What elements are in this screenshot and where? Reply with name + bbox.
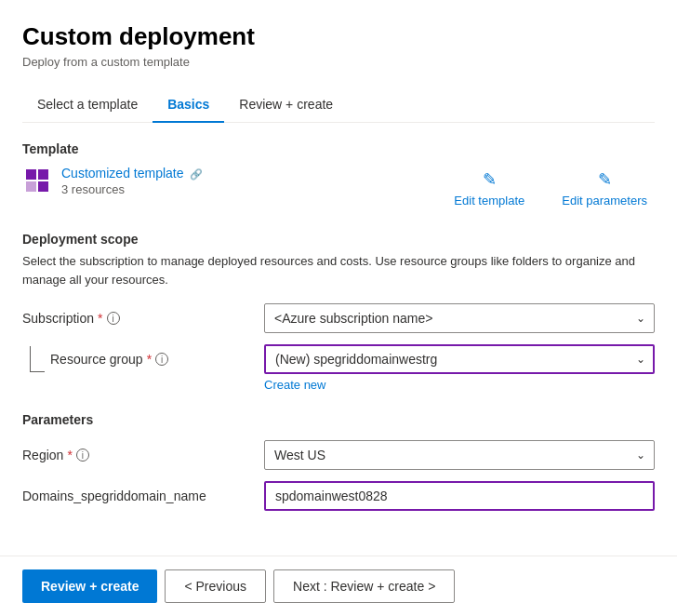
rg-info-icon[interactable]: i bbox=[155, 353, 168, 366]
template-left: Customized template 🔗 3 resources bbox=[22, 166, 203, 196]
pencil-icon-template: ✎ bbox=[483, 169, 497, 190]
subscription-label: Subscription * i bbox=[22, 311, 264, 326]
subscription-row: Subscription * i <Azure subscription nam… bbox=[22, 303, 655, 333]
scope-description: Select the subscription to manage deploy… bbox=[22, 252, 655, 288]
rg-control: (New) spegriddomainwestrg ⌄ bbox=[264, 344, 655, 374]
subscription-control: <Azure subscription name> ⌄ bbox=[264, 303, 655, 333]
template-resources: 3 resources bbox=[61, 182, 203, 196]
footer: Review + create < Previous Next : Review… bbox=[0, 556, 677, 616]
resource-group-label: Resource group * i bbox=[50, 352, 264, 367]
review-create-button[interactable]: Review + create bbox=[22, 569, 157, 603]
rg-select-wrapper: (New) spegriddomainwestrg ⌄ bbox=[264, 344, 655, 374]
edit-template-button[interactable]: ✎ Edit template bbox=[446, 166, 532, 211]
rg-bracket bbox=[30, 346, 45, 372]
page-title: Custom deployment bbox=[22, 22, 655, 51]
template-actions: ✎ Edit template ✎ Edit parameters bbox=[446, 166, 655, 211]
region-label-text: Region bbox=[22, 448, 63, 462]
region-label: Region * i bbox=[22, 448, 264, 462]
subscription-info-icon[interactable]: i bbox=[107, 312, 120, 325]
page-subtitle: Deploy from a custom template bbox=[22, 55, 655, 69]
tab-select-template[interactable]: Select a template bbox=[22, 87, 153, 123]
grid-cell-3 bbox=[26, 181, 36, 192]
pencil-icon-params: ✎ bbox=[598, 169, 612, 190]
resource-group-row: Resource group * i (New) spegriddomainwe… bbox=[22, 344, 655, 374]
resource-group-label-text: Resource group bbox=[50, 352, 143, 367]
tab-review-create[interactable]: Review + create bbox=[224, 87, 348, 123]
template-info: Customized template 🔗 3 resources bbox=[61, 166, 203, 196]
template-name: Customized template bbox=[61, 166, 184, 181]
deployment-scope-title: Deployment scope bbox=[22, 232, 655, 247]
subscription-label-text: Subscription bbox=[22, 311, 94, 326]
template-icon bbox=[22, 166, 52, 195]
tabs-nav: Select a template Basics Review + create bbox=[22, 87, 655, 123]
domain-control bbox=[264, 481, 655, 511]
subscription-select[interactable]: <Azure subscription name> bbox=[264, 303, 655, 333]
create-new-link[interactable]: Create new bbox=[264, 378, 655, 392]
domain-label-text: Domains_spegriddomain_name bbox=[22, 489, 206, 503]
template-row: Customized template 🔗 3 resources ✎ Edit… bbox=[22, 166, 655, 211]
edit-template-label: Edit template bbox=[454, 194, 524, 208]
domain-input[interactable] bbox=[264, 481, 655, 511]
template-name-link[interactable]: Customized template 🔗 bbox=[61, 166, 203, 181]
region-control: West US ⌄ bbox=[264, 440, 655, 470]
grid-cell-2 bbox=[38, 169, 48, 180]
region-select-wrapper: West US ⌄ bbox=[264, 440, 655, 470]
rg-indent bbox=[22, 346, 50, 372]
next-button[interactable]: Next : Review + create > bbox=[273, 569, 455, 603]
subscription-select-wrapper: <Azure subscription name> ⌄ bbox=[264, 303, 655, 333]
template-section-title: Template bbox=[22, 141, 655, 156]
previous-button[interactable]: < Previous bbox=[165, 569, 266, 603]
region-info-icon[interactable]: i bbox=[76, 449, 89, 462]
tab-basics[interactable]: Basics bbox=[153, 87, 224, 123]
external-link-icon: 🔗 bbox=[190, 168, 203, 180]
resource-group-select[interactable]: (New) spegriddomainwestrg bbox=[264, 344, 655, 374]
domain-row: Domains_spegriddomain_name bbox=[22, 481, 655, 511]
edit-parameters-label: Edit parameters bbox=[562, 194, 647, 208]
region-row: Region * i West US ⌄ bbox=[22, 440, 655, 470]
grid-cell-4 bbox=[38, 181, 48, 192]
grid-cell-1 bbox=[26, 169, 36, 180]
parameters-section-title: Parameters bbox=[22, 412, 655, 427]
region-select[interactable]: West US bbox=[264, 440, 655, 470]
domain-label: Domains_spegriddomain_name bbox=[22, 489, 264, 503]
edit-parameters-button[interactable]: ✎ Edit parameters bbox=[554, 166, 655, 211]
subscription-required: * bbox=[98, 311, 102, 326]
rg-required: * bbox=[147, 352, 152, 367]
region-required: * bbox=[67, 448, 72, 462]
template-grid-icon bbox=[26, 169, 48, 192]
